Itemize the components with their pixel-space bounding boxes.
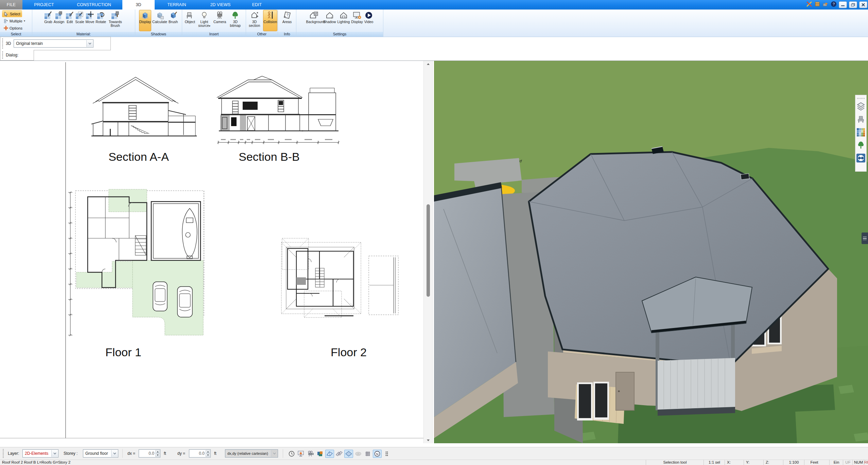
insert-light-source-button[interactable]: Light source▾ xyxy=(196,10,212,31)
towards-brush-button[interactable]: Towards Brush xyxy=(107,10,123,31)
ribbon-group-settings: Background Shadow Lighting Display Video xyxy=(296,10,383,37)
tab-terrain[interactable]: TERRAIN xyxy=(155,0,199,10)
roof-hatch-toggle[interactable] xyxy=(335,450,344,458)
layer-select[interactable]: 2D-Elements xyxy=(22,449,58,458)
select-button[interactable]: Select xyxy=(2,10,22,17)
3d-render[interactable] xyxy=(434,61,868,443)
shadows-display-button[interactable]: Display xyxy=(139,10,151,31)
terrain-select[interactable]: Original terrain xyxy=(14,39,93,48)
settings-background-button[interactable]: Background xyxy=(306,10,322,31)
ribbon-group-other: 3D section Collision Other xyxy=(246,10,278,37)
tab-3d[interactable]: 3D xyxy=(122,0,155,10)
contour-lines-toggle[interactable] xyxy=(354,450,363,458)
navigation-icon[interactable] xyxy=(856,154,865,164)
insert-camera-button[interactable]: Camera xyxy=(213,10,226,31)
storey-select[interactable]: Ground floor xyxy=(83,449,118,458)
material-scale-icon xyxy=(75,11,84,19)
plants-icon[interactable] xyxy=(857,141,865,151)
dy-stepper[interactable] xyxy=(206,450,210,457)
main-workspace: Section A-A Section B-B Floor 1 Floor 2 xyxy=(0,61,868,443)
roof-display-toggle[interactable] xyxy=(325,450,334,458)
floor-2-drawing[interactable] xyxy=(281,238,398,317)
application-window: FILE PROJECT CONSTRUCTION 3D TERRAIN 2D … xyxy=(0,0,868,465)
2d-panel-scrollbar[interactable] xyxy=(423,61,433,443)
floor-1-label: Floor 1 xyxy=(105,346,141,359)
dx-input[interactable]: 0.0 xyxy=(139,449,160,458)
color-layers-icon[interactable] xyxy=(316,450,325,458)
tools-icon[interactable] xyxy=(806,1,812,8)
edit-button[interactable]: Edit xyxy=(65,10,74,31)
export-icon[interactable] xyxy=(822,1,829,8)
house-lighting-icon xyxy=(340,11,348,19)
material-rotate-icon xyxy=(97,11,105,19)
overflow-menu-icon[interactable] xyxy=(384,450,389,458)
scroll-down-icon[interactable] xyxy=(424,437,432,443)
scroll-up-icon[interactable] xyxy=(424,61,432,67)
furniture-icon[interactable] xyxy=(857,115,865,125)
settings-shadow-button[interactable]: Shadow xyxy=(323,10,336,31)
3d-view-panel[interactable] xyxy=(434,61,868,443)
restore-button[interactable] xyxy=(849,1,857,8)
tab-2d-views[interactable]: 2D VIEWS xyxy=(199,0,242,10)
status-y: Y: xyxy=(744,460,764,465)
surface-display-toggle[interactable] xyxy=(344,450,353,458)
display-quality-icon[interactable] xyxy=(297,450,306,458)
floor-1-drawing[interactable] xyxy=(68,189,204,336)
package-icon[interactable] xyxy=(814,1,820,8)
ribbon-group-material: Grab Assign Edit Scale Move xyxy=(32,10,135,37)
insert-3d-bitmap-button[interactable]: 3D bitmap xyxy=(227,10,243,31)
settings-video-button[interactable]: Video xyxy=(364,10,374,31)
settings-display-button[interactable]: Display xyxy=(351,10,363,31)
3d-side-toolbar xyxy=(855,95,867,172)
3d-section-button[interactable]: 3D section xyxy=(246,10,262,31)
ribbon-group-insert: Object Light source▾ Camera 3D bitmap In… xyxy=(182,10,246,37)
tab-edit[interactable]: EDIT xyxy=(242,0,272,10)
tab-construction[interactable]: CONSTRUCTION xyxy=(66,0,122,10)
north-arrow-toggle[interactable]: N xyxy=(373,450,382,458)
status-bar: Roof Roof 2 Roof B L=Roofs G=Story 2 Sel… xyxy=(0,460,868,465)
chevron-down-icon[interactable] xyxy=(51,450,58,457)
chevron-down-icon[interactable] xyxy=(271,450,277,457)
house-shadow-icon xyxy=(326,11,334,19)
minimize-button[interactable] xyxy=(839,1,847,8)
options-button[interactable]: Options xyxy=(2,24,24,32)
help-icon[interactable]: ? xyxy=(831,1,837,8)
side-panel-handle[interactable] xyxy=(862,232,868,244)
rotate-button[interactable]: Rotate xyxy=(95,10,106,31)
section-bb-drawing[interactable] xyxy=(217,76,340,144)
scale-button[interactable]: Scale xyxy=(75,10,84,31)
move-button[interactable]: Move xyxy=(85,10,95,31)
grab-button[interactable]: Grab xyxy=(44,10,53,31)
section-aa-drawing[interactable] xyxy=(91,77,197,136)
assign-button[interactable]: Assign xyxy=(53,10,65,31)
camera-position-icon[interactable] xyxy=(306,450,315,458)
settings-lighting-button[interactable]: Lighting xyxy=(337,10,350,31)
materials-palette-icon[interactable] xyxy=(856,128,865,138)
dx-stepper[interactable] xyxy=(155,450,160,457)
shadows-calculate-button[interactable]: Calculate xyxy=(152,10,168,31)
areas-button[interactable]: ? Areas xyxy=(282,10,292,31)
grid-toggle[interactable] xyxy=(363,450,372,458)
auto-time-icon[interactable] xyxy=(287,450,296,458)
2d-plan-panel[interactable]: Section A-A Section B-B Floor 1 Floor 2 xyxy=(0,61,423,443)
entry-door xyxy=(616,372,634,410)
2d-drawing-canvas[interactable]: Section A-A Section B-B Floor 1 Floor 2 xyxy=(0,61,423,443)
separator xyxy=(283,449,283,458)
drag-handle[interactable] xyxy=(2,51,3,59)
tab-file[interactable]: FILE xyxy=(0,0,22,10)
chevron-down-icon[interactable] xyxy=(86,40,93,47)
drag-handle[interactable] xyxy=(2,38,3,49)
layers-icon[interactable] xyxy=(856,102,865,112)
dx-unit: ft xyxy=(164,451,166,456)
coordinate-mode-select[interactable]: dx,dy (relative cartesian) xyxy=(225,449,278,458)
tab-project[interactable]: PROJECT xyxy=(22,0,66,10)
insert-object-button[interactable]: Object xyxy=(185,10,195,31)
collision-button[interactable]: Collision xyxy=(263,10,277,31)
chevron-down-icon[interactable] xyxy=(111,450,118,457)
close-icon[interactable] xyxy=(859,1,867,8)
shadows-brush-button[interactable]: Brush xyxy=(168,10,178,31)
multiple-button[interactable]: Multiple ▾ xyxy=(2,17,27,24)
scrollbar-thumb[interactable] xyxy=(427,204,430,297)
dy-input[interactable]: 0.0 xyxy=(189,449,211,458)
drag-handle[interactable] xyxy=(3,449,4,458)
